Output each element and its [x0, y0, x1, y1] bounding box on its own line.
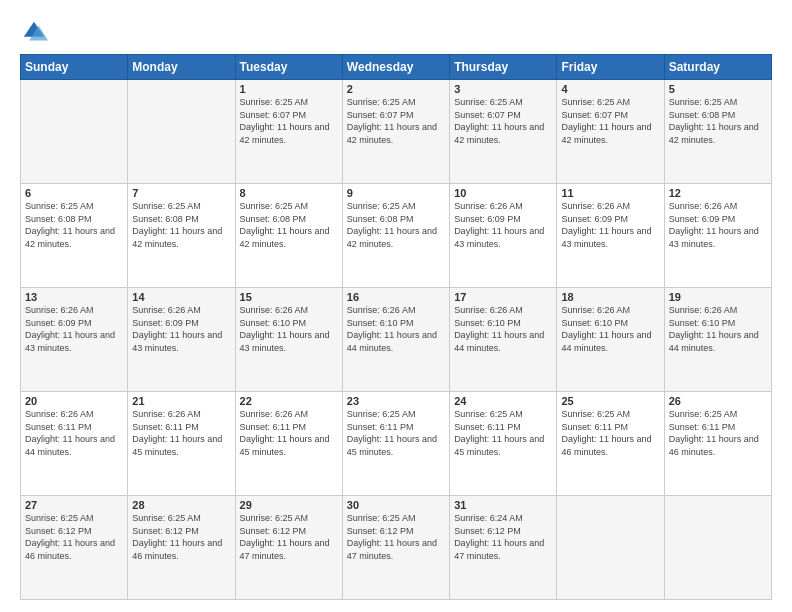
calendar-cell — [128, 80, 235, 184]
calendar-cell: 14Sunrise: 6:26 AM Sunset: 6:09 PM Dayli… — [128, 288, 235, 392]
day-info: Sunrise: 6:25 AM Sunset: 6:07 PM Dayligh… — [454, 96, 552, 146]
calendar-day-header: Wednesday — [342, 55, 449, 80]
logo — [20, 18, 52, 46]
day-number: 18 — [561, 291, 659, 303]
calendar-cell — [664, 496, 771, 600]
day-info: Sunrise: 6:25 AM Sunset: 6:11 PM Dayligh… — [454, 408, 552, 458]
day-number: 21 — [132, 395, 230, 407]
day-info: Sunrise: 6:25 AM Sunset: 6:12 PM Dayligh… — [132, 512, 230, 562]
calendar-week-row: 20Sunrise: 6:26 AM Sunset: 6:11 PM Dayli… — [21, 392, 772, 496]
calendar-cell — [21, 80, 128, 184]
day-number: 26 — [669, 395, 767, 407]
calendar-cell: 3Sunrise: 6:25 AM Sunset: 6:07 PM Daylig… — [450, 80, 557, 184]
day-number: 31 — [454, 499, 552, 511]
day-info: Sunrise: 6:26 AM Sunset: 6:09 PM Dayligh… — [132, 304, 230, 354]
calendar-cell: 20Sunrise: 6:26 AM Sunset: 6:11 PM Dayli… — [21, 392, 128, 496]
day-info: Sunrise: 6:24 AM Sunset: 6:12 PM Dayligh… — [454, 512, 552, 562]
calendar-cell: 31Sunrise: 6:24 AM Sunset: 6:12 PM Dayli… — [450, 496, 557, 600]
day-number: 2 — [347, 83, 445, 95]
calendar-cell: 7Sunrise: 6:25 AM Sunset: 6:08 PM Daylig… — [128, 184, 235, 288]
calendar-cell: 25Sunrise: 6:25 AM Sunset: 6:11 PM Dayli… — [557, 392, 664, 496]
day-number: 17 — [454, 291, 552, 303]
calendar-cell: 28Sunrise: 6:25 AM Sunset: 6:12 PM Dayli… — [128, 496, 235, 600]
day-info: Sunrise: 6:26 AM Sunset: 6:09 PM Dayligh… — [561, 200, 659, 250]
day-number: 5 — [669, 83, 767, 95]
calendar-cell: 27Sunrise: 6:25 AM Sunset: 6:12 PM Dayli… — [21, 496, 128, 600]
calendar-cell: 17Sunrise: 6:26 AM Sunset: 6:10 PM Dayli… — [450, 288, 557, 392]
calendar-cell: 9Sunrise: 6:25 AM Sunset: 6:08 PM Daylig… — [342, 184, 449, 288]
calendar-day-header: Tuesday — [235, 55, 342, 80]
calendar-day-header: Monday — [128, 55, 235, 80]
day-number: 24 — [454, 395, 552, 407]
day-info: Sunrise: 6:26 AM Sunset: 6:10 PM Dayligh… — [240, 304, 338, 354]
day-info: Sunrise: 6:26 AM Sunset: 6:11 PM Dayligh… — [240, 408, 338, 458]
calendar-week-row: 13Sunrise: 6:26 AM Sunset: 6:09 PM Dayli… — [21, 288, 772, 392]
day-number: 1 — [240, 83, 338, 95]
day-info: Sunrise: 6:25 AM Sunset: 6:08 PM Dayligh… — [132, 200, 230, 250]
calendar-table: SundayMondayTuesdayWednesdayThursdayFrid… — [20, 54, 772, 600]
day-number: 11 — [561, 187, 659, 199]
page: SundayMondayTuesdayWednesdayThursdayFrid… — [0, 0, 792, 612]
day-info: Sunrise: 6:25 AM Sunset: 6:08 PM Dayligh… — [347, 200, 445, 250]
day-number: 3 — [454, 83, 552, 95]
calendar-cell: 12Sunrise: 6:26 AM Sunset: 6:09 PM Dayli… — [664, 184, 771, 288]
calendar-cell: 23Sunrise: 6:25 AM Sunset: 6:11 PM Dayli… — [342, 392, 449, 496]
day-info: Sunrise: 6:26 AM Sunset: 6:11 PM Dayligh… — [25, 408, 123, 458]
day-number: 10 — [454, 187, 552, 199]
calendar-cell: 11Sunrise: 6:26 AM Sunset: 6:09 PM Dayli… — [557, 184, 664, 288]
day-info: Sunrise: 6:26 AM Sunset: 6:09 PM Dayligh… — [454, 200, 552, 250]
calendar-cell: 1Sunrise: 6:25 AM Sunset: 6:07 PM Daylig… — [235, 80, 342, 184]
day-info: Sunrise: 6:25 AM Sunset: 6:12 PM Dayligh… — [347, 512, 445, 562]
day-number: 9 — [347, 187, 445, 199]
calendar-cell: 19Sunrise: 6:26 AM Sunset: 6:10 PM Dayli… — [664, 288, 771, 392]
day-info: Sunrise: 6:25 AM Sunset: 6:12 PM Dayligh… — [25, 512, 123, 562]
calendar-week-row: 6Sunrise: 6:25 AM Sunset: 6:08 PM Daylig… — [21, 184, 772, 288]
calendar-day-header: Saturday — [664, 55, 771, 80]
calendar-cell: 10Sunrise: 6:26 AM Sunset: 6:09 PM Dayli… — [450, 184, 557, 288]
day-info: Sunrise: 6:25 AM Sunset: 6:11 PM Dayligh… — [561, 408, 659, 458]
day-number: 14 — [132, 291, 230, 303]
day-number: 12 — [669, 187, 767, 199]
day-number: 25 — [561, 395, 659, 407]
day-info: Sunrise: 6:26 AM Sunset: 6:10 PM Dayligh… — [347, 304, 445, 354]
logo-icon — [20, 18, 48, 46]
calendar-day-header: Thursday — [450, 55, 557, 80]
day-info: Sunrise: 6:25 AM Sunset: 6:07 PM Dayligh… — [240, 96, 338, 146]
day-info: Sunrise: 6:26 AM Sunset: 6:11 PM Dayligh… — [132, 408, 230, 458]
calendar-week-row: 27Sunrise: 6:25 AM Sunset: 6:12 PM Dayli… — [21, 496, 772, 600]
day-number: 16 — [347, 291, 445, 303]
calendar-cell — [557, 496, 664, 600]
calendar-cell: 29Sunrise: 6:25 AM Sunset: 6:12 PM Dayli… — [235, 496, 342, 600]
day-number: 30 — [347, 499, 445, 511]
day-info: Sunrise: 6:25 AM Sunset: 6:08 PM Dayligh… — [25, 200, 123, 250]
day-number: 15 — [240, 291, 338, 303]
calendar-cell: 21Sunrise: 6:26 AM Sunset: 6:11 PM Dayli… — [128, 392, 235, 496]
day-number: 27 — [25, 499, 123, 511]
day-number: 8 — [240, 187, 338, 199]
calendar-cell: 8Sunrise: 6:25 AM Sunset: 6:08 PM Daylig… — [235, 184, 342, 288]
calendar-cell: 13Sunrise: 6:26 AM Sunset: 6:09 PM Dayli… — [21, 288, 128, 392]
header — [20, 18, 772, 46]
calendar-cell: 30Sunrise: 6:25 AM Sunset: 6:12 PM Dayli… — [342, 496, 449, 600]
calendar-cell: 15Sunrise: 6:26 AM Sunset: 6:10 PM Dayli… — [235, 288, 342, 392]
calendar-week-row: 1Sunrise: 6:25 AM Sunset: 6:07 PM Daylig… — [21, 80, 772, 184]
day-number: 28 — [132, 499, 230, 511]
day-info: Sunrise: 6:25 AM Sunset: 6:07 PM Dayligh… — [347, 96, 445, 146]
day-info: Sunrise: 6:25 AM Sunset: 6:11 PM Dayligh… — [669, 408, 767, 458]
day-number: 4 — [561, 83, 659, 95]
calendar-cell: 16Sunrise: 6:26 AM Sunset: 6:10 PM Dayli… — [342, 288, 449, 392]
day-info: Sunrise: 6:25 AM Sunset: 6:07 PM Dayligh… — [561, 96, 659, 146]
calendar-cell: 5Sunrise: 6:25 AM Sunset: 6:08 PM Daylig… — [664, 80, 771, 184]
day-info: Sunrise: 6:26 AM Sunset: 6:09 PM Dayligh… — [25, 304, 123, 354]
day-info: Sunrise: 6:25 AM Sunset: 6:08 PM Dayligh… — [669, 96, 767, 146]
day-number: 13 — [25, 291, 123, 303]
day-number: 23 — [347, 395, 445, 407]
calendar-cell: 22Sunrise: 6:26 AM Sunset: 6:11 PM Dayli… — [235, 392, 342, 496]
day-number: 22 — [240, 395, 338, 407]
day-number: 6 — [25, 187, 123, 199]
calendar-cell: 18Sunrise: 6:26 AM Sunset: 6:10 PM Dayli… — [557, 288, 664, 392]
day-info: Sunrise: 6:26 AM Sunset: 6:10 PM Dayligh… — [561, 304, 659, 354]
day-number: 7 — [132, 187, 230, 199]
calendar-header-row: SundayMondayTuesdayWednesdayThursdayFrid… — [21, 55, 772, 80]
calendar-cell: 2Sunrise: 6:25 AM Sunset: 6:07 PM Daylig… — [342, 80, 449, 184]
